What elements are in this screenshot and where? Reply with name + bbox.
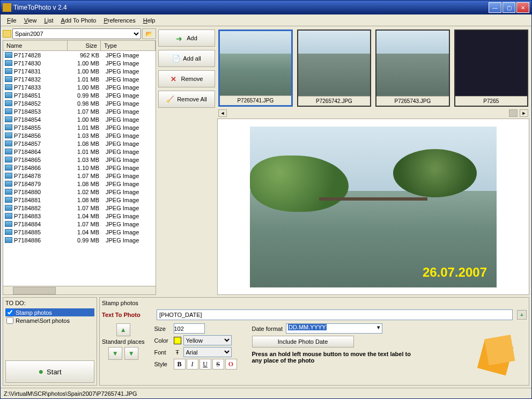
- standard-places-label: Standard places: [102, 338, 145, 345]
- stamp-decorative-icon: [469, 325, 528, 384]
- file-hscroll[interactable]: [3, 286, 156, 294]
- col-header-type[interactable]: Type: [101, 41, 156, 50]
- thumbnail-caption: P7265741.JPG: [220, 95, 291, 105]
- move-down-button-2[interactable]: ▼: [124, 347, 138, 360]
- file-row[interactable]: P71848851.04 MBJPEG Image: [3, 228, 156, 236]
- add-field-button[interactable]: +: [517, 310, 527, 320]
- image-file-icon: [5, 181, 12, 187]
- start-button[interactable]: Start: [5, 360, 94, 383]
- file-row[interactable]: P71848641.01 MBJPEG Image: [3, 147, 156, 156]
- file-row[interactable]: P71848801.02 MBJPEG Image: [3, 188, 156, 196]
- image-file-icon: [5, 229, 12, 235]
- menu-view[interactable]: View: [21, 16, 40, 25]
- include-photo-date-button[interactable]: Include Photo Date: [252, 336, 354, 348]
- col-header-name[interactable]: Name: [3, 41, 68, 50]
- move-down-button[interactable]: ▼: [108, 347, 122, 360]
- todo-panel: TO DO: Stamp photos Rename\Sort photos S…: [3, 297, 97, 386]
- menu-preferences[interactable]: Preferences: [100, 16, 138, 25]
- remove-all-button[interactable]: Remove All: [158, 91, 215, 108]
- todo-heading: TO DO:: [5, 300, 94, 306]
- close-button[interactable]: ✕: [516, 2, 529, 13]
- file-row[interactable]: P71848821.07 MBJPEG Image: [3, 204, 156, 212]
- file-row[interactable]: P71848651.03 MBJPEG Image: [3, 156, 156, 164]
- bold-button[interactable]: B: [174, 359, 186, 370]
- image-file-icon: [5, 132, 12, 138]
- file-row[interactable]: P71848841.07 MBJPEG Image: [3, 220, 156, 228]
- file-list: Name Size Type P7174828962 KBJPEG ImageP…: [3, 40, 156, 295]
- scroll-thumb[interactable]: [509, 109, 518, 117]
- thumbnail[interactable]: P7265743.JPG: [375, 29, 449, 107]
- remove-button[interactable]: Remove: [158, 70, 215, 87]
- menu-list[interactable]: List: [41, 16, 56, 25]
- strike-button[interactable]: S: [212, 359, 224, 370]
- thumbnail[interactable]: P7265741.JPG: [218, 29, 293, 107]
- file-rows[interactable]: P7174828962 KBJPEG ImageP71748301.00 MBJ…: [3, 51, 156, 286]
- image-file-icon: [5, 108, 12, 114]
- image-file-icon: [5, 173, 12, 179]
- thumbnail[interactable]: P7265: [454, 29, 528, 107]
- image-file-icon: [5, 237, 12, 243]
- menu-help[interactable]: Help: [140, 16, 159, 25]
- image-file-icon: [5, 76, 12, 82]
- underline-button[interactable]: U: [200, 359, 211, 370]
- file-row[interactable]: P71748301.00 MBJPEG Image: [3, 59, 156, 67]
- titlebar: TimeToPhoto v 2.4 — ▢ ✕: [1, 1, 531, 14]
- menu-file[interactable]: File: [4, 16, 20, 25]
- file-row[interactable]: P71848520.98 MBJPEG Image: [3, 99, 156, 107]
- file-row[interactable]: P71848791.08 MBJPEG Image: [3, 180, 156, 188]
- file-row[interactable]: P71848781.07 MBJPEG Image: [3, 172, 156, 180]
- file-row[interactable]: P71748311.00 MBJPEG Image: [3, 67, 156, 75]
- col-header-size[interactable]: Size: [68, 41, 101, 50]
- status-bar: Z:\VirtualM\SCR\photos\Spain2007\P726574…: [1, 388, 531, 398]
- file-row[interactable]: P71748321.01 MBJPEG Image: [3, 75, 156, 83]
- italic-button[interactable]: I: [187, 359, 198, 370]
- scroll-right-button[interactable]: ►: [520, 109, 528, 117]
- file-row[interactable]: P71848531.07 MBJPEG Image: [3, 107, 156, 115]
- image-file-icon: [5, 205, 12, 211]
- color-swatch: [174, 337, 181, 344]
- font-select[interactable]: Arial: [183, 347, 232, 357]
- window-title: TimeToPhoto v 2.4: [13, 4, 489, 11]
- file-row[interactable]: P71848860.99 MBJPEG Image: [3, 236, 156, 244]
- size-label: Size: [154, 326, 172, 332]
- file-row[interactable]: P71848571.08 MBJPEG Image: [3, 139, 156, 147]
- thumbnails-scrollbar[interactable]: ◄ ►: [217, 109, 529, 117]
- date-stamp-overlay[interactable]: 26.07.2007: [423, 265, 487, 280]
- image-file-icon: [5, 157, 12, 162]
- app-window: TimeToPhoto v 2.4 — ▢ ✕ File View List A…: [0, 0, 532, 399]
- browse-folder-button[interactable]: 📂: [142, 28, 156, 39]
- date-format-select[interactable]: DD.MM.YYYY▾: [286, 323, 382, 334]
- file-row[interactable]: P71848831.04 MBJPEG Image: [3, 212, 156, 220]
- image-file-icon: [5, 213, 12, 219]
- file-row[interactable]: P71848551.01 MBJPEG Image: [3, 123, 156, 131]
- color-select[interactable]: Yellow: [183, 335, 232, 345]
- file-row[interactable]: P7174828962 KBJPEG Image: [3, 51, 156, 59]
- add-button[interactable]: Add: [158, 29, 215, 47]
- file-row[interactable]: P71748331.00 MBJPEG Image: [3, 83, 156, 91]
- minimize-button[interactable]: —: [489, 2, 501, 13]
- add-all-button[interactable]: Add all: [158, 50, 215, 67]
- file-row[interactable]: P71848661.10 MBJPEG Image: [3, 164, 156, 172]
- image-file-icon: [5, 221, 12, 227]
- folder-select[interactable]: Spain2007: [12, 28, 141, 39]
- todo-rename-sort[interactable]: Rename\Sort photos: [5, 316, 94, 324]
- text-to-photo-input[interactable]: [157, 309, 513, 320]
- file-row[interactable]: P71848541.00 MBJPEG Image: [3, 115, 156, 123]
- file-row[interactable]: P71848510.99 MBJPEG Image: [3, 91, 156, 99]
- file-row[interactable]: P71848811.08 MBJPEG Image: [3, 196, 156, 204]
- size-input[interactable]: [174, 323, 205, 334]
- thumbnail[interactable]: P7265742.JPG: [297, 29, 371, 107]
- preview-image[interactable]: 26.07.2007: [250, 127, 497, 287]
- outline-button[interactable]: O: [225, 359, 237, 370]
- image-file-icon: [5, 84, 12, 90]
- todo-stamp-photos[interactable]: Stamp photos: [5, 308, 94, 316]
- scroll-left-button[interactable]: ◄: [218, 109, 227, 117]
- image-file-icon: [5, 52, 12, 58]
- file-row[interactable]: P71848561.03 MBJPEG Image: [3, 131, 156, 139]
- image-file-icon: [5, 149, 12, 154]
- style-label: Style: [154, 361, 172, 367]
- menu-add-to-photo[interactable]: Add To Photo: [58, 16, 100, 25]
- maximize-button[interactable]: ▢: [503, 2, 515, 13]
- move-up-button[interactable]: ▲: [116, 323, 130, 336]
- stamp-heading: Stamp photos: [102, 300, 527, 306]
